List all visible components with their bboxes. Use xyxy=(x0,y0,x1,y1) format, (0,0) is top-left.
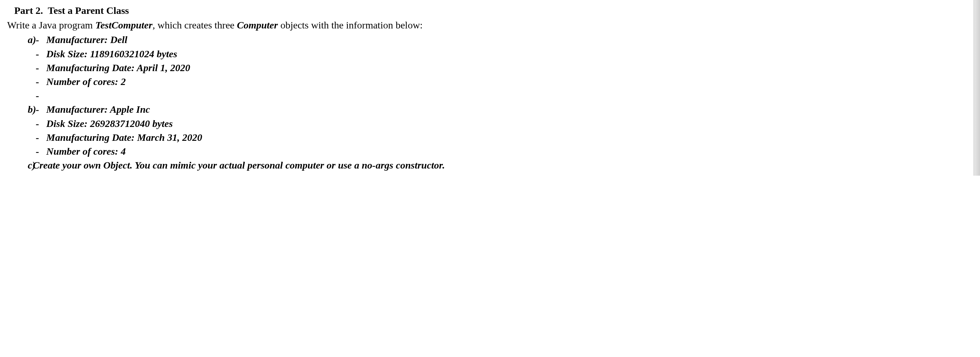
intro-prefix: Write a Java program xyxy=(7,19,95,30)
item-c-text: Create your own Object. You can mimic yo… xyxy=(29,158,980,172)
item-a-row-3: - Number of cores: 2 xyxy=(7,75,980,89)
program-name: TestComputer xyxy=(95,19,153,30)
item-c-row: c) Create your own Object. You can mimic… xyxy=(7,158,980,172)
bullet-dash: - xyxy=(29,61,46,75)
item-b-bullet-0: Manufacturer: Apple Inc xyxy=(46,102,980,116)
item-a-row-2: - Manufacturing Date: April 1, 2020 xyxy=(7,61,980,75)
item-b-row-2: - Manufacturing Date: March 31, 2020 xyxy=(7,130,980,144)
item-a-row-0: a) - Manufacturer: Dell xyxy=(7,33,980,47)
item-b-row-1: - Disk Size: 269283712040 bytes xyxy=(7,117,980,130)
item-a-bullet-3: Number of cores: 2 xyxy=(46,75,980,89)
bullet-dash: - xyxy=(29,47,46,61)
item-b-bullet-1: Disk Size: 269283712040 bytes xyxy=(46,117,980,130)
section-heading: Part 2. Test a Parent Class xyxy=(14,3,980,17)
item-b-bullet-2: Manufacturing Date: March 31, 2020 xyxy=(46,130,980,144)
bullet-dash: - xyxy=(29,33,46,47)
item-a-row-blank: - xyxy=(7,89,980,102)
intro-mid: , which creates three xyxy=(152,19,237,30)
vertical-scrollbar[interactable] xyxy=(974,0,980,176)
class-name: Computer xyxy=(237,19,278,30)
item-b-row-3: - Number of cores: 4 xyxy=(7,144,980,158)
item-c-marker: c) xyxy=(7,158,29,172)
bullet-dash: - xyxy=(29,144,46,158)
bullet-dash: - xyxy=(29,130,46,144)
item-a-marker: a) xyxy=(7,33,29,47)
item-a-bullet-0: Manufacturer: Dell xyxy=(46,33,980,47)
item-a-bullet-2: Manufacturing Date: April 1, 2020 xyxy=(46,61,980,75)
part-label: Part 2. xyxy=(14,5,43,16)
item-a-row-1: - Disk Size: 1189160321024 bytes xyxy=(7,47,980,61)
bullet-dash: - xyxy=(29,102,46,116)
item-b-bullet-3: Number of cores: 4 xyxy=(46,144,980,158)
item-b-marker: b) xyxy=(7,102,29,116)
bullet-dash: - xyxy=(29,75,46,89)
intro-suffix: objects with the information below: xyxy=(278,19,423,30)
item-b-row-0: b) - Manufacturer: Apple Inc xyxy=(7,102,980,116)
part-title: Test a Parent Class xyxy=(48,5,129,16)
bullet-dash: - xyxy=(29,117,46,130)
bullet-dash: - xyxy=(29,89,46,102)
item-a-bullet-1: Disk Size: 1189160321024 bytes xyxy=(46,47,980,61)
intro-paragraph: Write a Java program TestComputer, which… xyxy=(7,18,980,32)
